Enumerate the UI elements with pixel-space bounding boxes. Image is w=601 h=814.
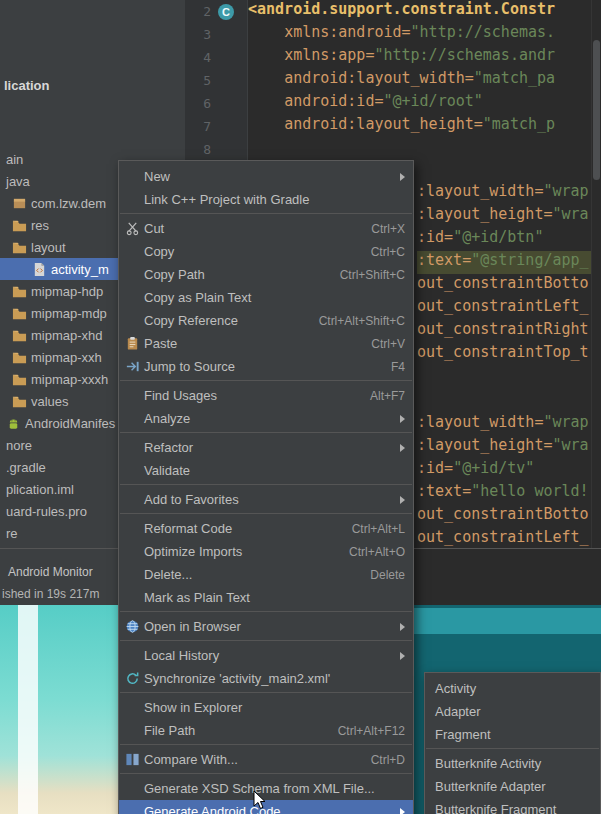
code-fragment-line: out_constraintBotto xyxy=(417,274,592,297)
submenu-arrow-icon xyxy=(400,808,405,814)
menu-item-reformat-code[interactable]: Reformat CodeCtrl+Alt+L xyxy=(119,517,413,540)
code-line[interactable]: xmlns:android="http://schemas. xyxy=(248,23,592,46)
jump-to-source-icon xyxy=(124,359,141,375)
menu-item-label: Delete... xyxy=(144,567,192,582)
menu-item-butterknife-activity[interactable]: Butterknife Activity xyxy=(425,752,600,775)
menu-item-validate[interactable]: Validate xyxy=(119,459,413,482)
code-segment: android:id= xyxy=(284,92,383,110)
line-number: 2 xyxy=(185,4,211,19)
folder-icon xyxy=(12,350,27,365)
menu-item-copy-reference[interactable]: Copy ReferenceCtrl+Alt+Shift+C xyxy=(119,309,413,332)
code-line[interactable]: xmlns:app="http://schemas.andr xyxy=(248,46,592,69)
folder-icon xyxy=(12,240,27,255)
menu-item-synchronize-activity-main2-xml[interactable]: Synchronize 'activity_main2.xml' xyxy=(119,667,413,690)
menu-item-right xyxy=(400,808,405,814)
menu-shortcut: Alt+F7 xyxy=(370,389,405,403)
code-segment: "hello world! xyxy=(471,482,588,500)
module-label: lication xyxy=(4,78,50,93)
tree-item-label: uard-rules.pro xyxy=(6,504,87,519)
menu-item-mark-as-plain-text[interactable]: Mark as Plain Text xyxy=(119,586,413,609)
menu-item-link-c-project-with-gradle[interactable]: Link C++ Project with Gradle xyxy=(119,188,413,211)
menu-item-adapter[interactable]: Adapter xyxy=(425,700,600,723)
menu-item-analyze[interactable]: Analyze xyxy=(119,407,413,430)
menu-shortcut: Delete xyxy=(370,568,405,582)
menu-item-fragment[interactable]: Fragment xyxy=(425,723,600,746)
menu-item-right: Alt+F7 xyxy=(370,389,405,403)
menu-item-activity[interactable]: Activity xyxy=(425,677,600,700)
editor-scrollbar[interactable] xyxy=(591,0,601,548)
menu-separator xyxy=(120,432,412,433)
menu-item-open-in-browser[interactable]: Open in Browser xyxy=(119,615,413,638)
menu-item-file-path[interactable]: File PathCtrl+Alt+F12 xyxy=(119,719,413,742)
menu-item-right: Ctrl+Shift+C xyxy=(340,268,405,282)
code-line[interactable] xyxy=(248,138,592,161)
menu-item-label: Refactor xyxy=(144,440,193,455)
android-studio-window: lication ainjavacom.lzw.demreslayoutacti… xyxy=(0,0,601,814)
menu-item-copy-path[interactable]: Copy PathCtrl+Shift+C xyxy=(119,263,413,286)
scrollbar-thumb[interactable] xyxy=(593,40,600,180)
component-icon[interactable]: C xyxy=(218,4,234,20)
code-segment xyxy=(248,92,284,110)
code-fragment-line: :id="@+id/tv" xyxy=(417,459,592,482)
code-segment: :text= xyxy=(417,482,471,500)
menu-item-local-history[interactable]: Local History xyxy=(119,644,413,667)
line-number: 4 xyxy=(185,50,211,65)
code-line[interactable]: android:layout_width="match_pa xyxy=(248,69,592,92)
code-fragment-line: out_constraintRight xyxy=(417,320,592,343)
menu-item-compare-with[interactable]: Compare With...Ctrl+D xyxy=(119,748,413,771)
menu-item-label: Reformat Code xyxy=(144,521,232,536)
line-number: 3 xyxy=(185,27,211,42)
mouse-cursor xyxy=(253,790,269,810)
tree-item-label: layout xyxy=(31,240,66,255)
menu-item-butterknife-fragment[interactable]: Butterknife Fragment xyxy=(425,798,600,814)
menu-item-add-to-favorites[interactable]: Add to Favorites xyxy=(119,488,413,511)
menu-separator xyxy=(120,213,412,214)
xml-file-icon xyxy=(32,262,47,277)
code-segment: <android.support.constraint.Constr xyxy=(248,0,555,18)
submenu-arrow-icon xyxy=(400,496,405,504)
menu-item-new[interactable]: New xyxy=(119,165,413,188)
code-segment: out_constraintBotto xyxy=(417,505,589,523)
menu-item-paste[interactable]: PasteCtrl+V xyxy=(119,332,413,355)
code-segment: "wra xyxy=(552,436,588,454)
menu-separator xyxy=(120,640,412,641)
menu-shortcut: Ctrl+Alt+Shift+C xyxy=(319,314,405,328)
code-segment: "wra xyxy=(552,205,588,223)
menu-item-label: New xyxy=(144,169,170,184)
code-segment: out_constraintBotto xyxy=(417,274,589,292)
menu-item-optimize-imports[interactable]: Optimize ImportsCtrl+Alt+O xyxy=(119,540,413,563)
menu-item-right: Ctrl+Alt+Shift+C xyxy=(319,314,405,328)
code-line[interactable]: <android.support.constraint.Constr xyxy=(248,0,592,23)
menu-item-copy-as-plain-text[interactable]: Copy as Plain Text xyxy=(119,286,413,309)
wallpaper-white-strip xyxy=(18,605,38,814)
code-line[interactable]: android:layout_height="match_p xyxy=(248,115,592,138)
menu-item-delete[interactable]: Delete...Delete xyxy=(119,563,413,586)
menu-item-right: Ctrl+Alt+F12 xyxy=(338,724,405,738)
code-segment: "@+id/btn" xyxy=(453,228,543,246)
menu-item-cut[interactable]: CutCtrl+X xyxy=(119,217,413,240)
menu-item-label: Show in Explorer xyxy=(144,700,242,715)
menu-item-label: Jump to Source xyxy=(144,359,235,374)
menu-item-right: Ctrl+Alt+L xyxy=(352,522,405,536)
code-fragment-line: :id="@+id/btn" xyxy=(417,228,592,251)
code-segment xyxy=(248,23,284,41)
menu-item-find-usages[interactable]: Find UsagesAlt+F7 xyxy=(119,384,413,407)
line-number: 5 xyxy=(185,73,211,88)
code-segment: android:layout_height= xyxy=(284,115,483,133)
menu-item-refactor[interactable]: Refactor xyxy=(119,436,413,459)
android-monitor-label[interactable]: Android Monitor xyxy=(8,565,93,579)
code-segment: "match_pa xyxy=(474,69,555,87)
menu-separator xyxy=(120,692,412,693)
code-line[interactable]: android:id="@+id/root" xyxy=(248,92,592,115)
menu-item-show-in-explorer[interactable]: Show in Explorer xyxy=(119,696,413,719)
menu-item-butterknife-adapter[interactable]: Butterknife Adapter xyxy=(425,775,600,798)
menu-item-icon-slot xyxy=(124,648,141,664)
menu-item-copy[interactable]: CopyCtrl+C xyxy=(119,240,413,263)
menu-item-jump-to-source[interactable]: Jump to SourceF4 xyxy=(119,355,413,378)
tree-item-label: AndroidManifes xyxy=(25,416,115,431)
menu-item-icon-slot xyxy=(124,544,141,560)
menu-item-label: Fragment xyxy=(435,727,491,742)
menu-item-icon-slot xyxy=(124,290,141,306)
menu-item-icon-slot xyxy=(124,804,141,814)
menu-item-label: Copy xyxy=(144,244,174,259)
